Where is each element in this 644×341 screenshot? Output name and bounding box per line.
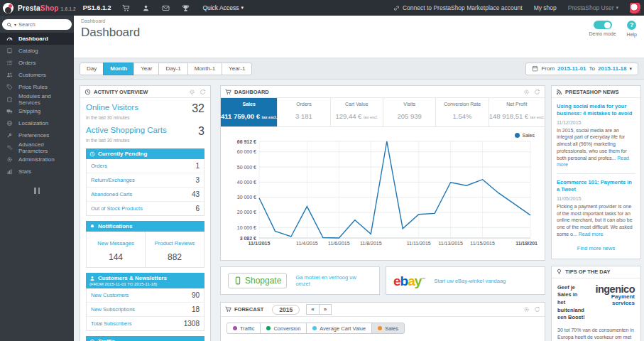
- date-range-picker[interactable]: From 2015-11-01 To 2015-11-18 ▾: [525, 63, 638, 75]
- to-label: To: [589, 65, 595, 72]
- sidebar-item-catalog[interactable]: Catalog: [0, 45, 74, 57]
- tab-sales[interactable]: Sales: [371, 323, 405, 334]
- sidebar-item-label: Preferences: [18, 132, 49, 139]
- cart-icon: [225, 89, 231, 95]
- ingenico-services: services: [581, 301, 635, 307]
- user-icon[interactable]: [142, 4, 150, 12]
- ingenico-wordmark: ingenico: [581, 284, 635, 295]
- demo-mode-toggle[interactable]: [594, 21, 612, 29]
- my-shop-link[interactable]: My shop: [534, 4, 557, 11]
- tab-traffic[interactable]: Traffic: [227, 323, 261, 334]
- range-month-button[interactable]: Month: [103, 63, 134, 75]
- sidebar-item-orders[interactable]: Orders: [0, 57, 74, 69]
- chart-legend[interactable]: Sales: [515, 133, 535, 138]
- cart-icon[interactable]: [122, 4, 130, 12]
- svg-text:30 000 €: 30 000 €: [237, 195, 256, 200]
- active-carts-link[interactable]: Active Shopping Carts: [86, 126, 167, 134]
- total-subscribers-link[interactable]: Total Subscribers: [91, 320, 132, 327]
- svg-text:40 000 €: 40 000 €: [237, 180, 256, 185]
- gear-icon[interactable]: [523, 89, 530, 95]
- forecast-year-input[interactable]: 2015: [272, 305, 300, 315]
- sidebar-collapse-button[interactable]: [33, 188, 41, 194]
- news-article-title[interactable]: Using social media for your business: 4 …: [557, 103, 635, 117]
- news-article-title[interactable]: Ecommerce 101: Payments in a Tweet: [557, 179, 635, 193]
- range-day-button[interactable]: Day: [80, 63, 104, 75]
- kpi-net-profit[interactable]: Net Profit148 918,51 € tax excl.: [489, 98, 545, 126]
- gear-icon[interactable]: [189, 89, 195, 95]
- gear-icon[interactable]: [523, 306, 530, 313]
- ebay-logo: ebay™: [393, 274, 425, 288]
- tag-icon: [6, 84, 13, 90]
- forecast-prev-button[interactable]: «: [306, 304, 319, 315]
- kpi-cart-value[interactable]: Cart Value129,44 € tax excl.: [331, 98, 383, 126]
- tab-conversion[interactable]: Conversion: [260, 323, 307, 334]
- product-reviews-link[interactable]: Product Reviews: [155, 240, 195, 247]
- svg-text:11/13/2015: 11/13/2015: [438, 241, 463, 246]
- users-icon: [6, 72, 13, 78]
- forecast-next-button[interactable]: »: [319, 304, 332, 315]
- sidebar-item-customers[interactable]: Customers: [0, 69, 74, 81]
- user-menu[interactable]: PrestaShop User▾: [568, 4, 618, 11]
- sidebar-item-stats[interactable]: Stats: [0, 166, 74, 178]
- online-visitors-link[interactable]: Online Visitors: [86, 103, 138, 112]
- prestashop-news-panel: PRESTASHOP NEWS Using social media for y…: [551, 85, 641, 259]
- kpi-sales[interactable]: Sales411 759,00 € tax excl.: [221, 98, 278, 126]
- shopgate-link[interactable]: Ga mobiel en verhoog uw omzet: [295, 274, 372, 287]
- sidebar-item-shipping[interactable]: Shipping: [0, 105, 74, 117]
- help-button[interactable]: ?: [627, 21, 636, 30]
- sidebar-item-administration[interactable]: Administration: [0, 153, 74, 166]
- sidebar-item-modules[interactable]: Modules and Services: [0, 93, 74, 105]
- range-year-button[interactable]: Year: [133, 63, 159, 75]
- new-customers-link[interactable]: New Customers: [91, 292, 129, 298]
- sidebar-item-localization[interactable]: Localization: [0, 117, 74, 129]
- kpi-conversion-rate[interactable]: Conversion Rate1.54%: [436, 98, 489, 126]
- find-more-news-link[interactable]: Find more news: [557, 245, 635, 251]
- range-year-1-button[interactable]: Year-1: [222, 63, 252, 75]
- kpi-visits[interactable]: Visits205 939: [383, 98, 436, 126]
- refresh-icon[interactable]: [534, 89, 540, 95]
- cart-icon: [225, 306, 231, 313]
- search-input[interactable]: [18, 21, 67, 28]
- envelope-icon[interactable]: [162, 4, 170, 12]
- forecast-tabs: Traffic Conversion Average Cart Value Sa…: [221, 317, 545, 340]
- ebay-link[interactable]: Start uw eBay-winkel vandaag: [434, 278, 506, 284]
- page-header: Dashboard Dashboard Demo mode ?Help: [74, 16, 644, 58]
- search-scope-caret[interactable]: ▾: [14, 22, 16, 27]
- from-date: 2015-11-01: [557, 65, 586, 72]
- sidebar-item-price-rules[interactable]: Price Rules: [0, 81, 74, 93]
- marketplace-connect-link[interactable]: Connect to PrestaShop Marketplace accoun…: [393, 4, 523, 11]
- pending-orders-link[interactable]: Orders: [91, 163, 107, 169]
- brand-version: 1.6.1.2: [61, 6, 76, 11]
- refresh-icon[interactable]: [200, 89, 206, 95]
- avatar[interactable]: [630, 3, 640, 13]
- new-subscriptions-link[interactable]: New Subscriptions: [91, 306, 135, 313]
- page-title: Dashboard: [81, 26, 140, 40]
- new-messages-link[interactable]: New Messages: [97, 240, 133, 247]
- chevron-down-icon: ▾: [241, 5, 244, 11]
- abandoned-carts-link[interactable]: Abandoned Carts: [91, 191, 132, 197]
- brand: PrestaShop1.6.1.2: [18, 4, 76, 12]
- to-date: 2015-11-18: [598, 65, 626, 72]
- active-carts-value: 3: [198, 126, 204, 137]
- panel-title: PRESTASHOP NEWS: [565, 89, 619, 95]
- svg-text:3 082 €: 3 082 €: [240, 236, 256, 241]
- demo-mode-label: Demo mode: [589, 31, 616, 36]
- link-icon: [393, 5, 400, 11]
- kpi-orders[interactable]: Orders3 181: [278, 98, 330, 126]
- refresh-icon[interactable]: [534, 306, 540, 313]
- range-day-1-button[interactable]: Day-1: [158, 63, 187, 75]
- sidebar-nav: Dashboard Catalog Orders Customers Price…: [0, 33, 74, 178]
- sidebar-item-label: Dashboard: [18, 36, 48, 42]
- pending-returns-link[interactable]: Return/Exchanges: [91, 177, 135, 183]
- sidebar-item-preferences[interactable]: Preferences: [0, 129, 74, 141]
- trophy-icon[interactable]: [182, 4, 190, 12]
- tab-average-cart-value[interactable]: Average Cart Value: [306, 323, 372, 334]
- read-more-link[interactable]: Read more: [579, 232, 604, 237]
- sidebar-item-dashboard[interactable]: Dashboard: [0, 33, 74, 45]
- range-month-1-button[interactable]: Month-1: [187, 63, 222, 75]
- out-of-stock-link[interactable]: Out of Stock Products: [91, 205, 143, 212]
- tip-body: 30 tot 70% van de consumenten in Europa …: [557, 327, 635, 341]
- quick-access-menu[interactable]: Quick Access▾: [202, 4, 244, 11]
- clock-icon: [89, 151, 95, 157]
- sidebar-item-advanced-parameters[interactable]: Advanced Parameters: [0, 141, 74, 153]
